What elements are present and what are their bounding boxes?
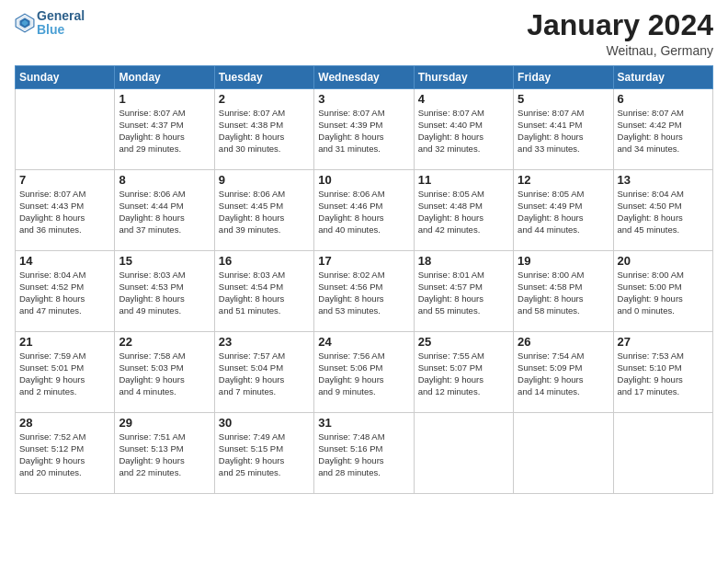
day-number: 2 (219, 92, 310, 106)
header-friday: Friday (514, 66, 613, 89)
day-number: 17 (318, 254, 409, 268)
day-number: 11 (418, 173, 509, 187)
cell-w4-d3: 23Sunrise: 7:57 AMSunset: 5:04 PMDayligh… (214, 332, 313, 413)
day-number: 22 (119, 335, 210, 349)
day-number: 28 (19, 416, 110, 430)
cell-w3-d5: 18Sunrise: 8:01 AMSunset: 4:57 PMDayligh… (414, 251, 513, 332)
cell-w1-d6: 5Sunrise: 8:07 AMSunset: 4:41 PMDaylight… (514, 89, 613, 170)
logo-blue: Blue (37, 23, 85, 37)
day-detail: Sunrise: 7:58 AMSunset: 5:03 PMDaylight:… (119, 350, 210, 397)
day-number: 1 (119, 92, 210, 106)
cell-w5-d4: 31Sunrise: 7:48 AMSunset: 5:16 PMDayligh… (314, 413, 414, 494)
cell-w2-d6: 12Sunrise: 8:05 AMSunset: 4:49 PMDayligh… (514, 170, 613, 251)
cell-w3-d2: 15Sunrise: 8:03 AMSunset: 4:53 PMDayligh… (115, 251, 214, 332)
day-detail: Sunrise: 7:53 AMSunset: 5:10 PMDaylight:… (618, 350, 709, 397)
cell-w3-d3: 16Sunrise: 8:03 AMSunset: 4:54 PMDayligh… (214, 251, 313, 332)
cell-w4-d7: 27Sunrise: 7:53 AMSunset: 5:10 PMDayligh… (613, 332, 712, 413)
cell-w5-d7 (613, 413, 712, 494)
cell-w4-d6: 26Sunrise: 7:54 AMSunset: 5:09 PMDayligh… (514, 332, 613, 413)
cell-w1-d4: 3Sunrise: 8:07 AMSunset: 4:39 PMDaylight… (314, 89, 414, 170)
title-block: January 2024 Weitnau, Germany (527, 9, 713, 58)
week-row-4: 21Sunrise: 7:59 AMSunset: 5:01 PMDayligh… (16, 332, 713, 413)
cell-w1-d2: 1Sunrise: 8:07 AMSunset: 4:37 PMDaylight… (115, 89, 214, 170)
cell-w5-d1: 28Sunrise: 7:52 AMSunset: 5:12 PMDayligh… (16, 413, 115, 494)
calendar-table: Sunday Monday Tuesday Wednesday Thursday… (15, 65, 713, 494)
day-detail: Sunrise: 8:07 AMSunset: 4:41 PMDaylight:… (518, 108, 609, 155)
cell-w2-d7: 13Sunrise: 8:04 AMSunset: 4:50 PMDayligh… (613, 170, 712, 251)
header-sunday: Sunday (16, 66, 115, 89)
cell-w5-d6 (514, 413, 613, 494)
day-detail: Sunrise: 8:05 AMSunset: 4:48 PMDaylight:… (418, 189, 509, 236)
weekday-header-row: Sunday Monday Tuesday Wednesday Thursday… (16, 66, 713, 89)
day-detail: Sunrise: 8:01 AMSunset: 4:57 PMDaylight:… (418, 270, 509, 316)
header-monday: Monday (115, 66, 214, 89)
day-number: 12 (518, 173, 609, 187)
day-number: 30 (219, 416, 310, 430)
day-detail: Sunrise: 8:04 AMSunset: 4:50 PMDaylight:… (618, 189, 709, 236)
day-number: 9 (219, 173, 310, 187)
day-detail: Sunrise: 8:06 AMSunset: 4:45 PMDaylight:… (219, 189, 310, 236)
header-saturday: Saturday (613, 66, 712, 89)
day-detail: Sunrise: 8:05 AMSunset: 4:49 PMDaylight:… (518, 189, 609, 236)
day-number: 7 (19, 173, 110, 187)
day-number: 24 (318, 335, 409, 349)
day-detail: Sunrise: 8:03 AMSunset: 4:54 PMDaylight:… (219, 270, 310, 316)
week-row-5: 28Sunrise: 7:52 AMSunset: 5:12 PMDayligh… (16, 413, 713, 494)
cell-w2-d3: 9Sunrise: 8:06 AMSunset: 4:45 PMDaylight… (214, 170, 313, 251)
cell-w1-d1 (16, 89, 115, 170)
cell-w3-d4: 17Sunrise: 8:02 AMSunset: 4:56 PMDayligh… (314, 251, 414, 332)
day-number: 19 (518, 254, 609, 268)
day-detail: Sunrise: 7:51 AMSunset: 5:13 PMDaylight:… (119, 431, 210, 478)
cell-w4-d2: 22Sunrise: 7:58 AMSunset: 5:03 PMDayligh… (115, 332, 214, 413)
header-tuesday: Tuesday (214, 66, 313, 89)
cell-w5-d3: 30Sunrise: 7:49 AMSunset: 5:15 PMDayligh… (214, 413, 313, 494)
day-detail: Sunrise: 8:06 AMSunset: 4:46 PMDaylight:… (318, 189, 409, 236)
day-number: 18 (418, 254, 509, 268)
day-detail: Sunrise: 7:52 AMSunset: 5:12 PMDaylight:… (19, 431, 110, 478)
cell-w4-d5: 25Sunrise: 7:55 AMSunset: 5:07 PMDayligh… (414, 332, 513, 413)
day-number: 16 (219, 254, 310, 268)
cell-w2-d4: 10Sunrise: 8:06 AMSunset: 4:46 PMDayligh… (314, 170, 414, 251)
day-detail: Sunrise: 7:56 AMSunset: 5:06 PMDaylight:… (318, 350, 409, 397)
day-detail: Sunrise: 8:07 AMSunset: 4:40 PMDaylight:… (418, 108, 509, 155)
logo: General Blue (15, 9, 85, 38)
cell-w3-d6: 19Sunrise: 8:00 AMSunset: 4:58 PMDayligh… (514, 251, 613, 332)
day-number: 13 (618, 173, 709, 187)
page: General Blue January 2024 Weitnau, Germa… (0, 0, 728, 563)
cell-w1-d3: 2Sunrise: 8:07 AMSunset: 4:38 PMDaylight… (214, 89, 313, 170)
day-detail: Sunrise: 7:59 AMSunset: 5:01 PMDaylight:… (19, 350, 110, 397)
header-thursday: Thursday (414, 66, 513, 89)
day-number: 3 (318, 92, 409, 106)
logo-general: General (37, 9, 85, 23)
cell-w4-d4: 24Sunrise: 7:56 AMSunset: 5:06 PMDayligh… (314, 332, 414, 413)
day-detail: Sunrise: 7:54 AMSunset: 5:09 PMDaylight:… (518, 350, 609, 397)
cell-w3-d1: 14Sunrise: 8:04 AMSunset: 4:52 PMDayligh… (16, 251, 115, 332)
cell-w2-d2: 8Sunrise: 8:06 AMSunset: 4:44 PMDaylight… (115, 170, 214, 251)
day-detail: Sunrise: 8:07 AMSunset: 4:39 PMDaylight:… (318, 108, 409, 155)
day-detail: Sunrise: 8:07 AMSunset: 4:43 PMDaylight:… (19, 189, 110, 236)
day-number: 21 (19, 335, 110, 349)
day-detail: Sunrise: 8:07 AMSunset: 4:42 PMDaylight:… (618, 108, 709, 155)
day-number: 15 (119, 254, 210, 268)
day-detail: Sunrise: 8:00 AMSunset: 5:00 PMDaylight:… (618, 270, 709, 316)
day-number: 8 (119, 173, 210, 187)
cell-w1-d7: 6Sunrise: 8:07 AMSunset: 4:42 PMDaylight… (613, 89, 712, 170)
day-detail: Sunrise: 8:03 AMSunset: 4:53 PMDaylight:… (119, 270, 210, 316)
week-row-1: 1Sunrise: 8:07 AMSunset: 4:37 PMDaylight… (16, 89, 713, 170)
day-number: 23 (219, 335, 310, 349)
day-number: 6 (618, 92, 709, 106)
location-subtitle: Weitnau, Germany (527, 43, 713, 58)
header-wednesday: Wednesday (314, 66, 414, 89)
day-detail: Sunrise: 7:57 AMSunset: 5:04 PMDaylight:… (219, 350, 310, 397)
day-number: 14 (19, 254, 110, 268)
cell-w2-d1: 7Sunrise: 8:07 AMSunset: 4:43 PMDaylight… (16, 170, 115, 251)
day-detail: Sunrise: 8:04 AMSunset: 4:52 PMDaylight:… (19, 270, 110, 316)
logo-text-block: General Blue (37, 9, 85, 38)
day-detail: Sunrise: 8:07 AMSunset: 4:38 PMDaylight:… (219, 108, 310, 155)
day-number: 25 (418, 335, 509, 349)
day-number: 27 (618, 335, 709, 349)
week-row-2: 7Sunrise: 8:07 AMSunset: 4:43 PMDaylight… (16, 170, 713, 251)
logo-icon (15, 13, 35, 33)
day-detail: Sunrise: 8:00 AMSunset: 4:58 PMDaylight:… (518, 270, 609, 316)
day-detail: Sunrise: 7:55 AMSunset: 5:07 PMDaylight:… (418, 350, 509, 397)
